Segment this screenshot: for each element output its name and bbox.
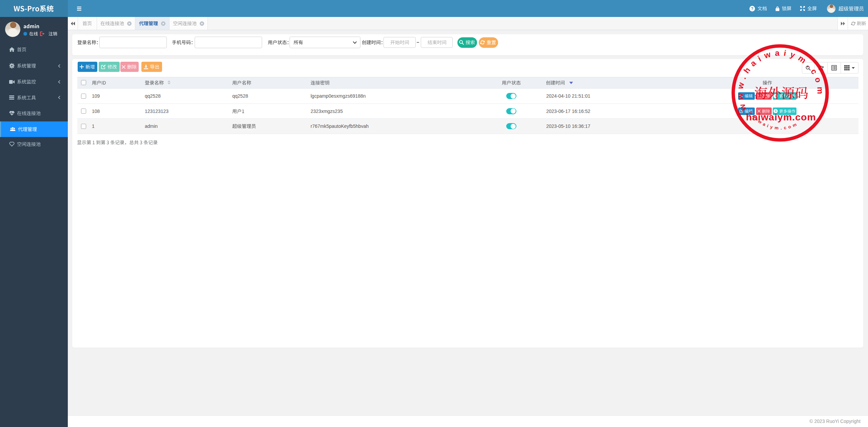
- svg-text:haiwaiym.com: haiwaiym.com: [746, 112, 816, 122]
- svg-text:?: ?: [751, 6, 753, 11]
